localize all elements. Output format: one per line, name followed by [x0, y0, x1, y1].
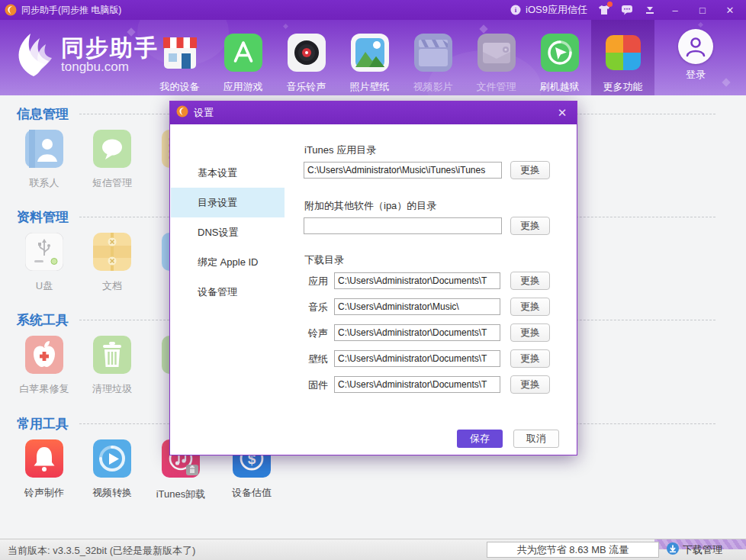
brand-name: 同步助手: [61, 37, 159, 60]
toolbar-item-videos[interactable]: 视频影片: [401, 20, 465, 95]
tab-device-management[interactable]: 设备管理: [171, 277, 285, 307]
ipa-dir-label: 附加的其他软件（ipa）的目录: [304, 199, 436, 213]
change-wallpaper-dir-button[interactable]: 更换: [510, 349, 550, 368]
brand-text: 同步助手 tongbu.com: [61, 37, 159, 75]
section-title: 信息管理: [17, 105, 69, 123]
document-folder-icon: [93, 260, 131, 273]
close-button[interactable]: ✕: [722, 4, 738, 16]
dialog-logo-icon: [176, 105, 188, 121]
photo-icon: [350, 33, 390, 76]
download-manager-label: 下载管理: [683, 543, 722, 557]
skin-tshirt-icon[interactable]: [598, 4, 610, 16]
change-apps-dir-button[interactable]: 更换: [510, 272, 550, 290]
music-dir-input[interactable]: [334, 298, 500, 315]
apps-row-label: 应用: [308, 275, 328, 288]
sidebar-item-video-convert[interactable]: 视频转换: [78, 439, 146, 500]
sidebar-item-ringtone-maker[interactable]: 铃声制作: [10, 439, 79, 500]
app-window: 同步助手(同步推 电脑版) i iOS9应用信任 – □ ✕: [0, 0, 746, 560]
tab-bind-apple-id[interactable]: 绑定 Apple ID: [171, 247, 285, 277]
ios9-trust-link[interactable]: i iOS9应用信任: [510, 3, 587, 17]
dialog-close-icon[interactable]: ✕: [554, 105, 571, 121]
toolbar-item-photos-wallpaper[interactable]: 照片壁纸: [338, 20, 401, 95]
ringtone-dir-input[interactable]: [334, 324, 500, 341]
toolbar-item-music-ringtones[interactable]: 音乐铃声: [275, 20, 338, 95]
app-logo-icon: [5, 4, 17, 16]
toolbar-items: 我的设备 应用游戏: [148, 20, 654, 95]
cancel-button[interactable]: 取消: [513, 430, 559, 448]
dialog-title-bar: 设置 ✕: [170, 101, 577, 124]
toolbar-item-apps-games[interactable]: 应用游戏: [211, 20, 275, 95]
dialog-title: 设置: [194, 106, 554, 120]
section-title: 系统工具: [17, 311, 69, 329]
more-features-grid-icon: [603, 33, 643, 76]
save-button[interactable]: 保存: [457, 430, 503, 448]
jailbreak-icon: [540, 33, 580, 76]
sidebar-item-sms[interactable]: 短信管理: [78, 130, 146, 190]
download-tray-icon[interactable]: [644, 4, 656, 16]
wallpaper-row-label: 壁纸: [308, 352, 328, 366]
sidebar-item-documents[interactable]: 文档: [78, 233, 146, 293]
settings-dialog: 设置 ✕ 基本设置 目录设置 DNS设置 绑定 Apple ID 设备管理 iT…: [169, 101, 577, 455]
sidebar-item-contacts[interactable]: 联系人: [10, 130, 79, 190]
sidebar-item-usb-disk[interactable]: U盘: [10, 233, 79, 293]
tab-directory-settings[interactable]: 目录设置: [171, 188, 285, 217]
file-case-icon: [477, 33, 516, 76]
itunes-dir-label: iTunes 应用目录: [304, 143, 376, 157]
change-ipa-dir-button[interactable]: 更换: [510, 217, 550, 235]
main-toolbar: 同步助手 tongbu.com 我的设备: [0, 20, 746, 95]
tab-dns-settings[interactable]: DNS设置: [171, 217, 285, 247]
firmware-row-label: 固件: [308, 378, 328, 392]
change-itunes-dir-button[interactable]: 更换: [510, 161, 550, 179]
info-icon: i: [510, 4, 522, 16]
ringtone-row-label: 铃声: [308, 327, 328, 340]
toolbar-item-flash-jailbreak[interactable]: 刷机越狱: [528, 20, 591, 95]
toolbar-item-more-features[interactable]: 更多功能: [591, 20, 654, 95]
music-row-label: 音乐: [308, 301, 328, 314]
appstore-icon: [223, 33, 263, 76]
notification-dot: [607, 2, 613, 7]
itunes-dir-input[interactable]: [304, 162, 502, 179]
sidebar-item-clean-junk[interactable]: 清理垃圾: [78, 336, 146, 396]
sms-bubble-icon: [93, 157, 131, 170]
contacts-icon: [25, 157, 63, 170]
sidebar-item-apple-fix[interactable]: 白苹果修复: [10, 336, 79, 396]
brand-domain: tongbu.com: [61, 60, 159, 75]
status-bar: 当前版本: v3.3.5_32bit (已经是最新版本了) 共为您节省 8.63…: [0, 539, 746, 560]
version-text: 当前版本: v3.3.5_32bit (已经是最新版本了): [8, 544, 195, 558]
storefront-icon: [160, 33, 200, 76]
wallpaper-dir-input[interactable]: [334, 350, 500, 367]
download-manager-button[interactable]: 下载管理: [667, 542, 722, 558]
brand-logo[interactable]: 同步助手 tongbu.com: [11, 31, 159, 81]
dialog-tab-list: 基本设置 目录设置 DNS设置 绑定 Apple ID 设备管理: [171, 158, 285, 307]
maximize-button[interactable]: □: [694, 4, 711, 16]
minimize-button[interactable]: –: [667, 4, 683, 16]
usb-icon: [25, 260, 63, 273]
apps-dir-input[interactable]: [334, 272, 500, 289]
trust-label: iOS9应用信任: [526, 3, 587, 17]
tongbu-wing-icon: [11, 31, 53, 81]
vinyl-record-icon: [287, 33, 326, 76]
ipa-dir-input[interactable]: [304, 217, 502, 234]
download-dir-label: 下载目录: [304, 253, 344, 267]
title-bar: 同步助手(同步推 电脑版) i iOS9应用信任 – □ ✕: [0, 0, 746, 20]
bell-icon: [25, 467, 63, 480]
section-title: 资料管理: [17, 208, 69, 226]
film-clapper-icon: [413, 33, 453, 76]
download-circle-icon: [667, 542, 679, 558]
change-music-dir-button[interactable]: 更换: [510, 298, 550, 316]
window-title: 同步助手(同步推 电脑版): [21, 4, 121, 17]
itunes-uninstall-icon: [162, 468, 200, 481]
feedback-chat-icon[interactable]: [621, 4, 633, 16]
firmware-dir-input[interactable]: [334, 376, 500, 393]
login-button[interactable]: 登录: [665, 29, 726, 82]
change-firmware-dir-button[interactable]: 更换: [510, 375, 550, 394]
trash-icon: [93, 363, 131, 376]
toolbar-item-my-device[interactable]: 我的设备: [148, 20, 211, 95]
section-title: 常用工具: [17, 415, 69, 433]
apple-repair-icon: [25, 363, 63, 376]
tab-basic-settings[interactable]: 基本设置: [171, 158, 285, 188]
traffic-savings-box: 共为您节省 8.63 MB 流量: [487, 542, 659, 558]
change-ringtone-dir-button[interactable]: 更换: [510, 323, 550, 342]
toolbar-item-file-manager[interactable]: 文件管理: [465, 20, 528, 95]
decor-sparkle: [698, 22, 703, 27]
